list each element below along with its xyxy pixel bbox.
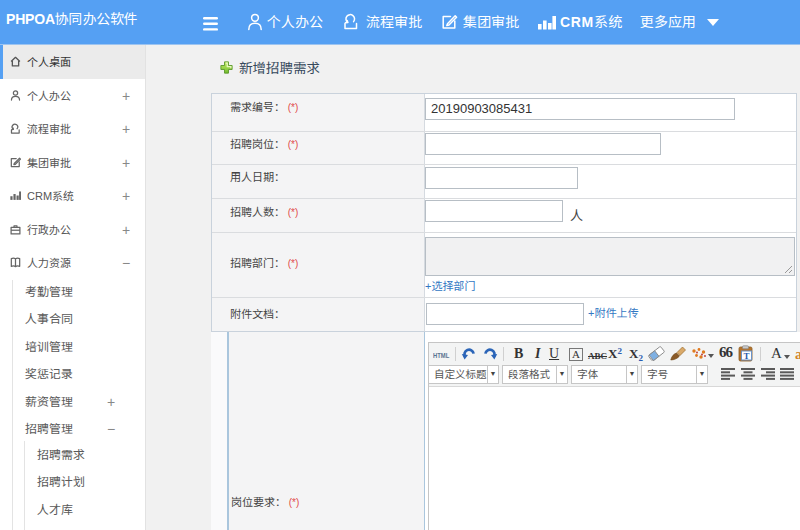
svg-text:T: T xyxy=(743,351,749,361)
